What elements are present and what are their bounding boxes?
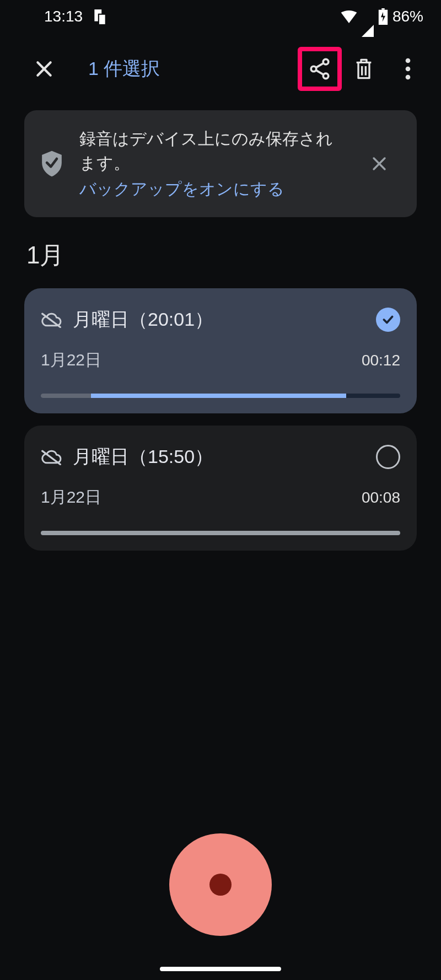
recording-title: 月曜日（15:50）	[73, 444, 365, 470]
status-bar: 13:13 86%	[0, 0, 441, 33]
selection-checkbox[interactable]	[376, 445, 400, 469]
shield-check-icon	[40, 150, 64, 177]
svg-rect-1	[99, 14, 106, 25]
progress-segment-b	[91, 394, 346, 398]
svg-point-9	[406, 75, 411, 80]
recording-date: 1月22日	[41, 349, 101, 371]
svg-point-8	[406, 67, 411, 72]
record-button[interactable]	[169, 833, 272, 936]
selected-check-icon[interactable]	[376, 308, 400, 332]
wifi-icon	[341, 10, 357, 23]
recording-title: 月曜日（20:01）	[73, 307, 365, 332]
delete-button[interactable]	[342, 47, 386, 91]
progress-segment-a	[41, 394, 91, 398]
cloud-off-icon	[41, 449, 62, 465]
progress-segment-a	[41, 531, 400, 535]
banner-backup-link[interactable]: バックアップをオンにする	[79, 178, 342, 201]
battery-icon	[378, 8, 388, 25]
close-button[interactable]	[22, 47, 66, 91]
cloud-off-icon	[41, 311, 62, 328]
month-section-header: 1月	[0, 239, 441, 288]
share-button[interactable]	[298, 47, 342, 91]
status-time: 13:13	[44, 8, 83, 25]
recording-duration: 00:08	[362, 489, 400, 507]
banner-text: 録音はデバイス上にのみ保存されます。	[79, 127, 342, 175]
banner-close-button[interactable]	[357, 142, 401, 186]
svg-rect-2	[381, 8, 384, 10]
navigation-handle[interactable]	[160, 967, 281, 971]
recording-duration: 00:12	[362, 352, 400, 369]
app-bar: 1 件選択	[0, 33, 441, 105]
backup-banner: 録音はデバイス上にのみ保存されます。 バックアップをオンにする	[24, 110, 417, 217]
recording-waveform-progress	[41, 531, 400, 535]
svg-point-4	[323, 59, 329, 64]
device-icon	[93, 8, 107, 25]
svg-point-5	[311, 66, 316, 72]
recording-waveform-progress	[41, 394, 400, 398]
battery-percent: 86%	[392, 8, 423, 25]
recording-date: 1月22日	[41, 486, 101, 509]
recording-card[interactable]: 月曜日（15:50） 1月22日 00:08	[24, 426, 417, 551]
selection-count-label: 1 件選択	[88, 56, 298, 82]
svg-point-7	[406, 58, 411, 63]
svg-point-6	[323, 73, 329, 79]
recording-card[interactable]: 月曜日（20:01） 1月22日 00:12	[24, 288, 417, 413]
signal-icon	[362, 8, 374, 25]
more-button[interactable]	[386, 47, 430, 91]
record-dot-icon	[209, 874, 232, 896]
